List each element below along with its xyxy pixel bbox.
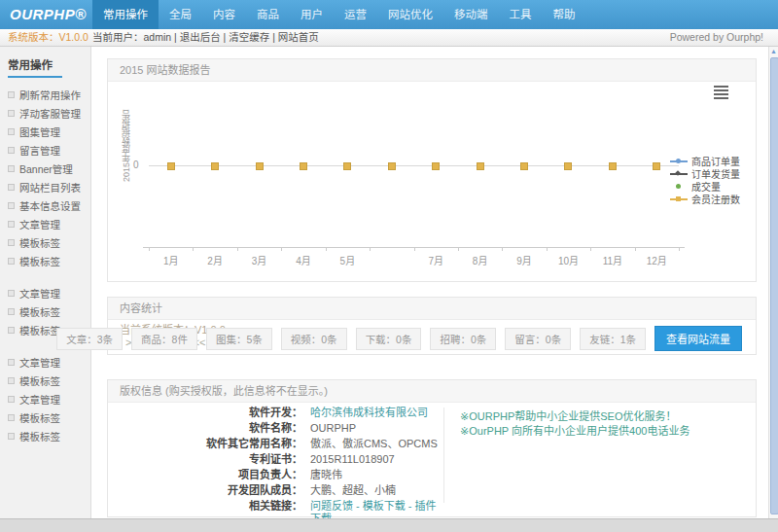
sidebar-item[interactable]: 图集管理: [0, 123, 90, 141]
legend-marker: [676, 159, 681, 163]
stat-badge[interactable]: 文章：3条: [56, 328, 123, 350]
stat-badge[interactable]: 下载：0条: [356, 328, 422, 350]
bullet-icon: [8, 308, 15, 315]
bullet-icon: [8, 433, 15, 440]
sidebar-item[interactable]: 文章管理: [0, 390, 90, 408]
y-axis-zero-tick: 0: [133, 160, 139, 170]
data-point-marker[interactable]: [300, 162, 307, 170]
top-nav-item[interactable]: 移动端: [443, 0, 499, 29]
stat-badge[interactable]: 友链：1条: [580, 328, 646, 350]
top-navbar: OURPHP® 常用操作全局内容商品用户运营网站优化移动端工具帮助: [0, 0, 778, 29]
sidebar-item-label: 刷新常用操作: [19, 88, 81, 102]
footer-strip: [0, 518, 778, 532]
sidebar-item-label: 模板标签: [19, 323, 60, 337]
legend-marker-icon: [670, 183, 688, 190]
sidebar-item[interactable]: 模板标签: [0, 427, 90, 445]
data-point-marker[interactable]: [609, 162, 617, 170]
copyright-row-label: 软件开发：: [108, 407, 302, 419]
sidebar-item[interactable]: 模板标签: [0, 233, 90, 252]
copyright-row-value: OURPHP: [310, 422, 356, 435]
x-axis-tick: [370, 247, 371, 251]
legend-item[interactable]: 会员注册数: [670, 193, 740, 205]
copyright-info-list: 软件开发：哈尔滨伟成科技有限公司软件名称：OURPHP软件其它常用名称：傲派、傲…: [108, 407, 441, 528]
x-axis-tick-label: 1月: [163, 253, 179, 267]
sidebar-item[interactable]: 模板标签: [0, 252, 90, 270]
copyright-row-value: 2015R11L018907: [310, 453, 395, 466]
top-nav-item[interactable]: 内容: [202, 0, 246, 29]
top-nav-item[interactable]: 商品: [246, 0, 290, 29]
powered-by: Powered by Ourphp!: [670, 29, 763, 46]
stat-badge[interactable]: 图集：5条: [206, 328, 272, 350]
stats-panel-title: 内容统计: [108, 298, 756, 320]
data-line: [149, 165, 679, 166]
sidebar-item-label: 模板标签: [19, 410, 60, 425]
copyright-row: 项目负责人：唐晓伟: [108, 469, 441, 481]
sidebar-item[interactable]: 刷新常用操作: [0, 86, 90, 104]
copyright-row-value[interactable]: 哈尔滨伟成科技有限公司: [310, 407, 428, 419]
stat-badge[interactable]: 视频：0条: [281, 328, 347, 350]
chart-panel-title: 2015 网站数据报告: [108, 59, 756, 82]
sidebar-item[interactable]: 留言管理: [0, 141, 90, 160]
data-point-marker[interactable]: [343, 162, 351, 170]
top-nav-item[interactable]: 帮助: [543, 0, 586, 29]
legend-marker: [676, 184, 681, 189]
bullet-icon: [8, 239, 15, 246]
stat-badge[interactable]: 商品：8件: [131, 328, 197, 350]
data-point-marker[interactable]: [653, 162, 660, 170]
sidebar-item-label: 文章管理: [19, 392, 60, 407]
data-point-marker[interactable]: [388, 162, 396, 170]
data-point-marker[interactable]: [167, 162, 175, 170]
data-point-marker[interactable]: [477, 162, 484, 170]
sidebar-item[interactable]: Banner管理: [0, 160, 90, 178]
brand-logo: OURPHP®: [10, 6, 87, 22]
data-point-marker[interactable]: [564, 162, 572, 170]
main-content: 2015 网站数据报告 2015年度数据报告 0 1月2月3月4月5月7月8月9…: [92, 47, 768, 518]
copyright-row-value: 大鹏、超超、小楠: [310, 484, 396, 497]
data-point-marker[interactable]: [256, 162, 264, 170]
stat-badge[interactable]: 招聘：0条: [430, 328, 496, 350]
top-nav-item[interactable]: 运营: [334, 0, 377, 29]
sidebar-item-label: 留言管理: [19, 143, 60, 158]
sidebar-item-label: 基本信息设置: [19, 198, 81, 213]
sidebar-item[interactable]: 网站栏目列表: [0, 178, 90, 196]
top-nav-item[interactable]: 网站优化: [377, 0, 443, 29]
x-axis-tick: [149, 247, 150, 251]
sidebar-item[interactable]: 模板标签: [0, 408, 90, 427]
top-nav-item[interactable]: 用户: [290, 0, 334, 29]
data-point-marker[interactable]: [211, 162, 219, 170]
scrollbar-thumb[interactable]: [770, 57, 778, 514]
top-nav-item[interactable]: 全局: [159, 0, 202, 29]
x-axis-tick-label: 3月: [252, 253, 267, 267]
sidebar-item-label: 文章管理: [19, 286, 60, 301]
sidebar-header-underline: [8, 76, 62, 78]
top-nav-item[interactable]: 常用操作: [92, 0, 159, 29]
top-nav-item[interactable]: 工具: [499, 0, 543, 29]
sidebar-item[interactable]: 文章管理: [0, 353, 90, 372]
view-traffic-button[interactable]: 查看网站流量: [654, 326, 742, 351]
data-point-marker[interactable]: [520, 162, 528, 170]
copyright-row: 软件名称：OURPHP: [108, 422, 441, 435]
sidebar-item-label: 网站栏目列表: [19, 180, 81, 195]
copyright-row: 专利证书：2015R11L018907: [108, 453, 441, 466]
sidebar-item[interactable]: 模板标签: [0, 302, 90, 321]
x-axis-tick-label: 8月: [473, 253, 488, 267]
stat-badge[interactable]: 留言：0条: [505, 328, 571, 350]
scrollbar[interactable]: ▲: [768, 47, 778, 518]
copyright-row: 软件其它常用名称：傲派、傲派CMS、OPCMS: [108, 438, 441, 450]
sidebar-item[interactable]: 文章管理: [0, 215, 90, 233]
chart-panel: 2015 网站数据报告 2015年度数据报告 0 1月2月3月4月5月7月8月9…: [107, 58, 757, 282]
hamburger-menu-icon[interactable]: [714, 86, 728, 101]
x-axis-tick-label: 11月: [603, 253, 622, 267]
legend-label: 会员注册数: [691, 192, 740, 206]
sidebar-item[interactable]: 浮动客服管理: [0, 104, 90, 123]
sidebar-item[interactable]: 文章管理: [0, 284, 90, 302]
sidebar-item[interactable]: 模板标签: [0, 372, 90, 390]
copyright-panel-title: 版权信息 (购买授权版，此信息将不在显示。): [108, 380, 756, 403]
promo-note: ※OurPHP 向所有中小企业用户提供400电话业务: [460, 424, 690, 439]
x-axis-tick: [635, 247, 636, 251]
sidebar-item[interactable]: 基本信息设置: [0, 196, 90, 215]
user-session-links[interactable]: 当前用户：admin | 退出后台 | 清空缓存 | 网站首页: [92, 29, 319, 46]
data-point-marker[interactable]: [432, 162, 440, 170]
scroll-up-arrow-icon[interactable]: ▲: [769, 47, 778, 56]
x-axis-tick: [547, 247, 548, 251]
